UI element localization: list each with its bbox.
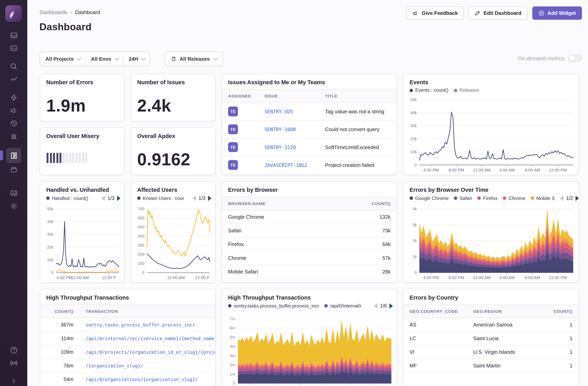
column-header[interactable]: ISSUE: [258, 89, 319, 103]
browser-name: Mobile Safari: [222, 265, 309, 278]
column-header[interactable]: COUNT(): [309, 197, 397, 210]
page-next-button[interactable]: [208, 195, 211, 201]
widget-errors-by-browser-over-time[interactable]: Errors by Browser Over Time Google Chrom…: [403, 181, 579, 283]
sidebar-collapse-button[interactable]: [6, 375, 21, 386]
legend-item[interactable]: Google Chrome: [410, 195, 449, 201]
widget-affected-users[interactable]: Affected Users Known Users : cour1/3 010…: [131, 181, 216, 283]
legend-item[interactable]: Firefox: [477, 195, 498, 201]
sidebar-item-stats[interactable]: [6, 186, 21, 199]
page-next-button[interactable]: [117, 195, 121, 201]
add-widget-button[interactable]: Add Widget: [532, 6, 582, 20]
sidebar-item-search[interactable]: [6, 60, 21, 73]
count-value: 109m: [40, 345, 79, 359]
sidebar-item-releases[interactable]: [6, 163, 21, 176]
widget-events[interactable]: Events Events : count()Releases 010k20k3…: [403, 73, 579, 175]
transaction-link[interactable]: /api/0/projects/{organization_id_or_slug…: [85, 350, 215, 355]
column-header[interactable]: COUNT(): [40, 305, 79, 318]
count-value: 57k: [309, 251, 397, 265]
legend-item[interactable]: Safari: [454, 195, 472, 201]
table-row: 114m/api/0/internal/rpc/{service_name}/{…: [40, 332, 215, 345]
transaction-link[interactable]: /api/0/organizations/{organization_slug}…: [85, 377, 198, 382]
sidebar-item-replays[interactable]: [6, 117, 21, 130]
sidebar-item-performance[interactable]: [6, 91, 21, 104]
environment-filter[interactable]: All Envs: [86, 52, 123, 66]
edit-dashboard-button[interactable]: Edit Dashboard: [469, 6, 527, 20]
page-prev-button[interactable]: [192, 195, 196, 201]
page-indicator: 1/2: [566, 195, 573, 201]
issue-link[interactable]: SENTRY-VD5: [264, 109, 293, 114]
widget-number-of-errors[interactable]: Number of Errors 1.9m: [40, 73, 125, 121]
svg-text:0: 0: [415, 270, 417, 275]
widget-user-misery[interactable]: Overall User Misery: [40, 127, 125, 175]
issue-link[interactable]: SENTRY-32ZQ: [264, 144, 296, 150]
legend-item[interactable]: sentry.tasks.process_buffer.process_incr: [228, 303, 319, 309]
column-header[interactable]: TRANSACTION: [80, 305, 215, 318]
transaction-link[interactable]: /{organization_slug}/: [85, 363, 143, 369]
page-prev-button[interactable]: [102, 195, 105, 201]
widget-errors-by-country[interactable]: Errors by Country GEO.COUNTRY_CODEGEO.RE…: [403, 289, 579, 386]
on-demand-metrics-toggle[interactable]: [568, 55, 582, 62]
avatar: TE: [228, 107, 238, 116]
svg-text:30k: 30k: [410, 124, 417, 128]
svg-text:50k: 50k: [47, 207, 54, 211]
sidebar-item-issues[interactable]: [6, 29, 21, 42]
browser-over-time-legend: Google ChromeSafariFirefoxChromeMobile S…: [403, 193, 579, 201]
page-next-button[interactable]: [576, 195, 579, 201]
legend-item[interactable]: Known Users : cour: [137, 195, 184, 201]
releases-filter[interactable]: All Releases: [165, 52, 223, 66]
column-header[interactable]: GEO.COUNTRY_CODE: [403, 305, 467, 318]
sidebar-item-explore[interactable]: [6, 42, 21, 55]
sidebar-item-broadcast[interactable]: [6, 356, 21, 369]
legend-item[interactable]: Chrome: [503, 195, 525, 201]
widget-high-throughput-chart[interactable]: High Throughput Transactions sentry.task…: [222, 289, 397, 386]
svg-text:40k: 40k: [47, 220, 54, 224]
transaction-link[interactable]: /api/0/internal/rpc/{service_name}/{meth…: [85, 336, 215, 341]
sidebar-item-feedback[interactable]: [6, 104, 21, 117]
toggle-knob: [569, 55, 575, 61]
page-next-button[interactable]: [389, 303, 393, 309]
country-code: AS: [403, 318, 467, 332]
legend-item[interactable]: Mobile S: [531, 195, 555, 201]
give-feedback-button[interactable]: Give Feedback: [407, 6, 464, 20]
sidebar-item-settings[interactable]: [6, 200, 21, 212]
widget-number-of-issues[interactable]: Number of Issues 2.4k: [131, 73, 216, 121]
count-value: 73k: [309, 224, 397, 237]
legend-item[interactable]: /api/0/internal/r: [324, 303, 361, 309]
legend-item[interactable]: Handled : count(): [46, 195, 88, 201]
legend-item[interactable]: Events : count(): [410, 88, 448, 93]
errors-by-browser-table: BROWSER.NAMECOUNT() Google Chrome132kSaf…: [222, 197, 397, 279]
column-header[interactable]: GEO.REGION: [467, 305, 544, 318]
legend-item[interactable]: Releases: [454, 88, 479, 93]
svg-text:8:00 PM: 8:00 PM: [448, 168, 464, 172]
widget-errors-by-browser[interactable]: Errors by Browser BROWSER.NAMECOUNT() Go…: [222, 181, 397, 283]
widget-issues-assigned[interactable]: Issues Assigned to Me or My Teams ASSIGN…: [222, 73, 397, 175]
project-filter[interactable]: All Projects: [40, 52, 86, 66]
svg-text:7m: 7m: [230, 317, 235, 321]
page-indicator: 1/6: [380, 303, 387, 309]
widget-handled-vs-unhandled[interactable]: Handled vs. Unhandled Handled : count()1…: [40, 181, 125, 283]
sidebar-item-dashboards[interactable]: [6, 148, 21, 163]
issue-title: SoftTimeLimitExceeded: [319, 138, 397, 156]
sentry-logo[interactable]: [5, 5, 22, 22]
issue-link[interactable]: SENTRY-16H8: [264, 126, 296, 132]
sidebar-item-help[interactable]: [6, 343, 21, 356]
count-value: 54m: [40, 373, 79, 386]
column-header[interactable]: BROWSER.NAME: [222, 197, 309, 210]
widget-apdex[interactable]: Overall Apdex 0.9162: [131, 127, 216, 175]
sidebar-item-insights[interactable]: [6, 73, 21, 86]
column-header[interactable]: TITLE: [319, 89, 397, 103]
column-header[interactable]: ASSIGNEE: [222, 89, 258, 103]
sidebar-item-alerts[interactable]: [6, 130, 21, 143]
issue-link[interactable]: JAVASCRIPT-1BG2: [264, 162, 307, 168]
legend-dot: [228, 304, 231, 308]
page-prev-button[interactable]: [374, 303, 377, 309]
table-row: TESENTRY-VD5Tag value was not a string: [222, 103, 397, 120]
inbox-icon: [10, 31, 18, 39]
breadcrumb-dashboards-link[interactable]: Dashboards: [40, 9, 67, 15]
page-prev-button[interactable]: [560, 195, 564, 201]
column-header[interactable]: COUNT(): [544, 305, 579, 318]
widget-high-throughput-table[interactable]: High Throughput Transactions COUNT()TRAN…: [40, 289, 216, 386]
transaction-link[interactable]: sentry.tasks.process_buffer.process_incr: [85, 322, 195, 328]
svg-text:5m: 5m: [230, 335, 235, 339]
date-range-filter[interactable]: 24H: [123, 52, 150, 66]
